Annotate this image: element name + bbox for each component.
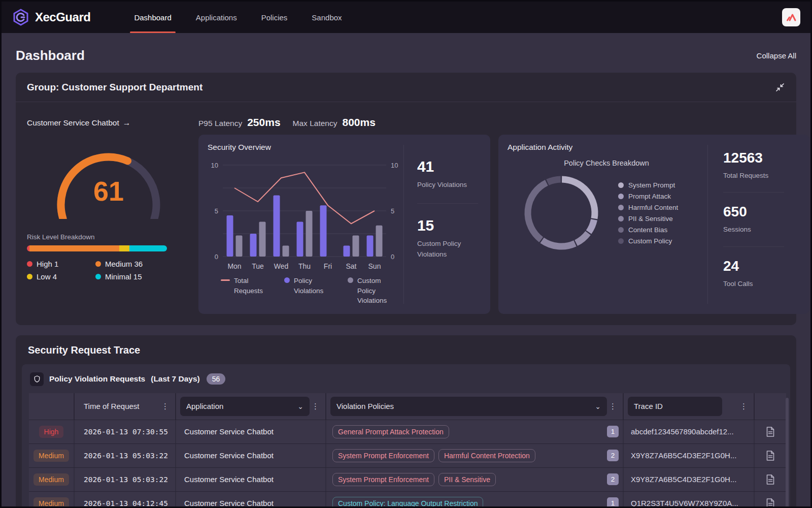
trace-table-body: High 2026-01-13 07:30:55 Customer Servic…	[29, 420, 786, 508]
donut-legend-label: PII & Sensitive	[628, 215, 673, 223]
activity-stat-total-requests: 12563Total Requests	[723, 150, 800, 181]
collapse-group-button[interactable]	[775, 82, 785, 92]
document-icon[interactable]	[765, 450, 775, 461]
table-row[interactable]: Medium 2026-01-13 05:03:22 Customer Serv…	[29, 467, 786, 491]
activity-stat-sessions: 650Sessions	[723, 204, 800, 235]
svg-text:Mon: Mon	[227, 262, 241, 270]
shield-icon-box	[30, 372, 44, 386]
violation-policies-filter-select[interactable]: Violation Policies ⌄	[330, 397, 607, 416]
dot-icon	[618, 205, 624, 210]
policy-chip[interactable]: Harmful Content Protection	[438, 449, 535, 462]
dot-icon	[618, 238, 624, 244]
donut-legend-item-content-bias: Content Bias	[618, 226, 678, 234]
collapse-all-button[interactable]: Collapse All	[757, 51, 796, 60]
group-panel: Group: Customer Support Department Custo…	[16, 73, 796, 325]
policy-count-badge: 1	[607, 426, 619, 437]
legend-item-custom-policy-violations: Custom Policy Violations	[348, 276, 401, 306]
security-overview-legend: Total RequestsPolicy ViolationsCustom Po…	[221, 276, 401, 306]
policy-chip[interactable]: System Prompt Enforcement	[332, 473, 434, 486]
violation-policies-cell: System Prompt EnforcementPII & Sensitive…	[326, 468, 624, 491]
app-link-customer-service-chatbot[interactable]: Customer Service Chatbot →	[27, 109, 190, 129]
donut-legend-item-pii-sensitive: PII & Sensitive	[618, 215, 678, 223]
document-icon[interactable]	[765, 498, 775, 508]
stat-value: 12563	[723, 150, 800, 166]
policy-checks-legend: System PromptPrompt AttackHarmful Conten…	[618, 181, 678, 245]
legend-label: Custom Policy Violations	[357, 276, 401, 306]
donut-legend-label: System Prompt	[628, 181, 675, 189]
nav-item-sandbox[interactable]: Sandbox	[299, 2, 354, 33]
dot-icon	[284, 277, 290, 283]
risk-legend: High 1Medium 36Low 4Minimal 15	[27, 260, 190, 281]
custom-policy-violations-label: Custom Policy Violations	[417, 239, 473, 260]
application-filter-select[interactable]: Application ⌄	[180, 397, 310, 416]
top-nav: XecGuard DashboardApplicationsPoliciesSa…	[2, 2, 810, 33]
table-row[interactable]: Medium 2026-01-13 05:03:22 Customer Serv…	[29, 443, 786, 467]
legend-item-policy-violations: Policy Violations	[284, 276, 337, 296]
dot-icon	[348, 277, 353, 283]
header-actions-cell	[755, 393, 786, 420]
policy-violations-label: Policy Violations	[417, 180, 481, 190]
trace-panel-title: Security Request Trace	[22, 335, 790, 364]
policy-chip[interactable]: PII & Sensitive	[438, 473, 496, 486]
risk-label: Minimal 15	[105, 272, 142, 281]
nav-item-policies[interactable]: Policies	[249, 2, 300, 33]
nav-item-applications[interactable]: Applications	[184, 2, 249, 33]
trace-id-filter-box[interactable]: Trace ID	[628, 397, 722, 416]
xecguard-logo-icon	[12, 8, 30, 26]
dot-icon	[618, 194, 624, 199]
stat-value: 650	[723, 204, 800, 220]
policy-violation-requests-subpanel: Policy Violation Requests (Last 7 Days) …	[22, 364, 790, 508]
latency-row: P95 Latency 250ms Max Latency 800ms	[198, 109, 809, 129]
document-icon[interactable]	[765, 474, 775, 485]
security-overview-card: Security Overview 00551010MonTueWedThuFr…	[198, 135, 490, 314]
svg-text:Tue: Tue	[252, 262, 264, 270]
p95-latency-label: P95 Latency	[198, 119, 242, 128]
page-title: Dashboard	[16, 48, 85, 64]
policy-chip[interactable]: General Prompt Attack Protection	[332, 425, 449, 438]
nav-item-dashboard[interactable]: Dashboard	[122, 2, 183, 33]
table-row[interactable]: High 2026-01-13 07:30:55 Customer Servic…	[29, 420, 786, 443]
account-app-button[interactable]	[782, 8, 800, 26]
policy-chip[interactable]: Custom Policy: Language Output Restricti…	[332, 497, 483, 508]
header-trace-id-cell: Trace ID ⋮	[624, 393, 755, 420]
mountain-logo-icon	[785, 11, 797, 23]
collapse-arrows-icon	[775, 82, 785, 92]
kebab-menu-icon[interactable]: ⋮	[607, 402, 619, 411]
svg-text:Fri: Fri	[324, 262, 332, 270]
document-icon[interactable]	[765, 426, 775, 437]
svg-text:Wed: Wed	[274, 262, 289, 270]
p95-latency-value: 250ms	[247, 116, 280, 129]
request-time: 2026-01-13 05:03:22	[75, 444, 176, 467]
trace-id: abcdef1234567890abcdef12...	[624, 420, 755, 443]
donut-legend-label: Custom Policy	[628, 237, 672, 245]
risk-label: Low 4	[37, 272, 57, 281]
activity-stat-tool-calls: 24Tool Calls	[723, 258, 800, 289]
risk-legend-item-minimal: Minimal 15	[95, 272, 190, 281]
header-severity-cell	[29, 393, 75, 420]
severity-badge: Medium	[33, 473, 69, 486]
table-row[interactable]: Medium 2026-01-13 04:12:45 Customer Serv…	[29, 491, 786, 508]
policy-count-badge: 2	[607, 450, 619, 461]
risk-label: Medium 36	[105, 260, 143, 268]
security-overview-title: Security Overview	[208, 143, 401, 152]
policy-count-badge: 2	[607, 473, 619, 485]
violation-policies-cell: General Prompt Attack Protection1	[326, 420, 624, 443]
custom-policy-violations-count: 15	[417, 217, 481, 234]
policy-chip[interactable]: System Prompt Enforcement	[332, 449, 434, 462]
application-name: Customer Service Chatbot	[176, 492, 326, 508]
svg-text:Sun: Sun	[368, 262, 381, 270]
security-request-trace-panel: Security Request Trace Policy Violation …	[16, 335, 796, 508]
donut-legend-item-system-prompt: System Prompt	[618, 181, 678, 189]
minimal-dot-icon	[95, 274, 101, 279]
kebab-menu-icon[interactable]: ⋮	[159, 402, 171, 411]
table-scrollbar[interactable]	[786, 398, 789, 508]
policy-violations-count: 41	[417, 158, 481, 175]
brand-name: XecGuard	[35, 10, 90, 24]
risk-label: High 1	[37, 260, 58, 268]
stats-divider	[723, 246, 784, 247]
svg-text:10: 10	[211, 162, 218, 169]
kebab-menu-icon[interactable]: ⋮	[738, 402, 750, 411]
brand[interactable]: XecGuard	[12, 8, 90, 26]
kebab-menu-icon[interactable]: ⋮	[310, 402, 321, 411]
chevron-down-icon: ⌄	[297, 402, 303, 410]
